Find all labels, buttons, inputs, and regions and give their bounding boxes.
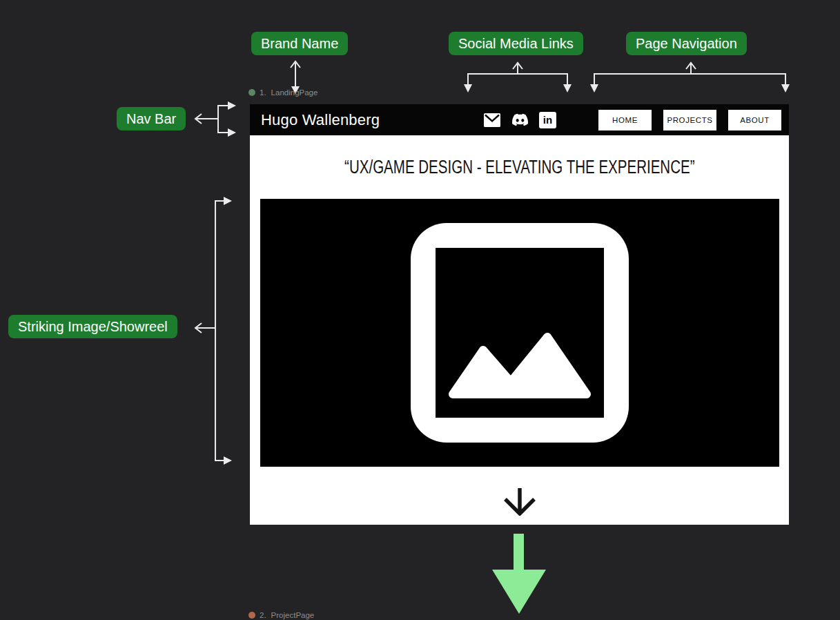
frame-label-landing-page[interactable]: 1. LandingPage	[248, 88, 318, 97]
badge-label: Social Media Links	[458, 36, 574, 51]
badge-label: Page Navigation	[636, 36, 737, 51]
design-canvas: Brand Name Social Media Links Page Navig…	[0, 0, 840, 620]
showreel-image-placeholder	[260, 199, 779, 467]
brand-name-text: Hugo Wallenberg	[261, 104, 380, 135]
frame-name: LandingPage	[271, 88, 318, 97]
annotation-badge-page-navigation[interactable]: Page Navigation	[626, 32, 747, 55]
annotation-badge-social-media-links[interactable]: Social Media Links	[449, 32, 583, 55]
navbar-arrow	[195, 114, 218, 124]
frame-index: 1.	[260, 88, 266, 97]
badge-label: Brand Name	[261, 36, 338, 51]
social-links-bracket	[464, 74, 572, 93]
landing-page-frame: Hugo Wallenberg in HOM	[250, 104, 789, 525]
email-icon[interactable]	[483, 112, 501, 128]
image-placeholder-icon	[411, 223, 629, 443]
annotation-badge-brand-name[interactable]: Brand Name	[251, 32, 348, 55]
transition-arrow	[492, 534, 546, 614]
badge-label: Nav Bar	[126, 111, 176, 126]
page-navigation-bracket	[590, 74, 790, 93]
headline: “UX/GAME DESIGN - ELEVATING THE EXPERIEN…	[250, 157, 789, 178]
showreel-arrow	[195, 323, 215, 333]
navbar-bracket	[218, 101, 236, 137]
frame-label-project-page[interactable]: 2. ProjectPage	[248, 611, 314, 619]
scroll-down-arrow	[503, 487, 536, 516]
navbar: Hugo Wallenberg in HOM	[250, 104, 789, 135]
frame-name: ProjectPage	[271, 611, 315, 619]
showreel-bracket	[215, 197, 232, 465]
page-navigation-arrow	[686, 63, 696, 74]
nav-button-home[interactable]: HOME	[598, 110, 652, 130]
frame-status-dot	[248, 89, 255, 96]
annotation-badge-striking-image[interactable]: Striking Image/Showreel	[8, 315, 177, 338]
badge-label: Striking Image/Showreel	[18, 319, 168, 334]
frame-status-dot	[248, 612, 255, 619]
social-media-links: in	[483, 104, 556, 135]
page-navigation: HOME PROJECTS ABOUT	[598, 110, 781, 130]
annotation-badge-nav-bar[interactable]: Nav Bar	[117, 107, 186, 130]
social-links-arrow	[513, 63, 522, 74]
discord-icon[interactable]	[510, 112, 530, 128]
nav-button-about[interactable]: ABOUT	[728, 110, 781, 130]
landing-page-body: “UX/GAME DESIGN - ELEVATING THE EXPERIEN…	[250, 135, 789, 525]
nav-button-projects[interactable]: PROJECTS	[663, 110, 716, 130]
frame-index: 2.	[260, 611, 266, 619]
linkedin-icon[interactable]: in	[539, 112, 556, 128]
